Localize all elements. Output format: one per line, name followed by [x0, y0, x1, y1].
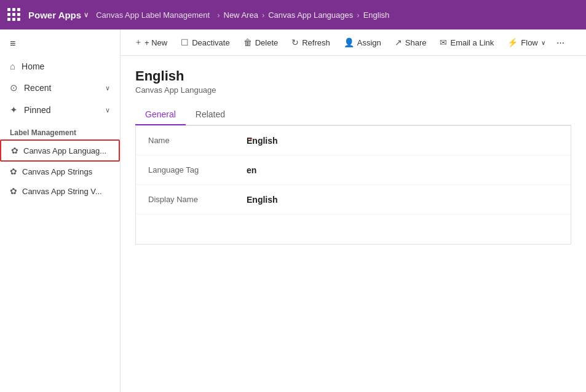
assign-icon: 👤	[344, 37, 354, 47]
sidebar-item-recent[interactable]: ⊙ Recent ∨	[0, 77, 120, 99]
field-language-tag: Language Tag en	[136, 155, 571, 185]
entity-label-2: Canvas App String V...	[22, 187, 102, 196]
pinned-icon: ✦	[10, 104, 18, 116]
sidebar-item-canvas-app-language[interactable]: ✿ Canvas App Languag...	[0, 139, 120, 162]
assign-button[interactable]: 👤 Assign	[338, 34, 387, 51]
breadcrumb-item-1[interactable]: Canvas App Languages	[268, 10, 353, 20]
entity-label-1: Canvas App Strings	[22, 167, 92, 176]
flow-chevron: ∨	[541, 39, 545, 46]
delete-button[interactable]: 🗑 Delete	[237, 34, 285, 51]
share-button[interactable]: ↗ Share	[389, 34, 433, 51]
refresh-button[interactable]: ↻ Refresh	[285, 34, 336, 51]
breadcrumb-item-0[interactable]: New Area	[224, 10, 258, 20]
tabs: General Related	[135, 104, 571, 125]
recent-label: Recent	[24, 83, 51, 93]
value-name: English	[247, 136, 278, 146]
share-label: Share	[405, 38, 427, 47]
value-display-name: English	[247, 195, 278, 205]
assign-label: Assign	[357, 38, 381, 47]
label-language-tag: Language Tag	[148, 165, 247, 174]
main-content: ＋ + New ☐ Deactivate 🗑 Delete ↻ Refresh …	[121, 29, 586, 392]
waffle-menu[interactable]	[7, 8, 21, 22]
form-empty-row	[136, 214, 571, 244]
form-container: Name * English Language Tag en Display N…	[135, 125, 571, 245]
new-icon: ＋	[134, 37, 143, 48]
breadcrumb-sep2: ›	[357, 10, 359, 20]
more-button[interactable]: ⋯	[553, 34, 568, 51]
breadcrumb: › New Area › Canvas App Languages › Engl…	[217, 10, 389, 20]
delete-icon: 🗑	[244, 37, 252, 47]
home-label: Home	[22, 61, 44, 71]
content-area: English Canvas App Language General Rela…	[121, 56, 586, 392]
flow-icon: ⚡	[507, 37, 518, 47]
record-subtitle: Canvas App Language	[135, 85, 571, 95]
label-display-name: Display Name	[148, 195, 247, 204]
app-layout: ≡ ⌂ Home ⊙ Recent ∨ ✦ Pinned ∨ Label Man…	[0, 29, 586, 392]
sidebar-item-home[interactable]: ⌂ Home	[0, 55, 120, 77]
delete-label: Delete	[255, 38, 279, 47]
sidebar-section-label: Label Management	[0, 121, 120, 139]
sidebar-item-canvas-app-strings[interactable]: ✿ Canvas App Strings	[0, 162, 120, 181]
tab-general[interactable]: General	[135, 104, 186, 125]
app-name: Power Apps	[28, 10, 81, 20]
home-icon: ⌂	[10, 61, 15, 71]
record-title: English	[135, 68, 571, 84]
app-brand[interactable]: Power Apps ∨	[28, 10, 89, 20]
deactivate-button[interactable]: ☐ Deactivate	[175, 34, 236, 51]
sidebar-item-canvas-app-string-v[interactable]: ✿ Canvas App String V...	[0, 181, 120, 201]
refresh-label: Refresh	[302, 38, 330, 47]
new-label: + New	[145, 38, 167, 47]
entity-icon-2: ✿	[10, 186, 17, 196]
sidebar: ≡ ⌂ Home ⊙ Recent ∨ ✦ Pinned ∨ Label Man…	[0, 29, 121, 392]
breadcrumb-sep0: ›	[217, 10, 220, 20]
label-name: Name	[148, 136, 247, 145]
deactivate-label: Deactivate	[192, 38, 229, 47]
recent-icon: ⊙	[10, 82, 18, 93]
new-button[interactable]: ＋ + New	[128, 33, 173, 52]
refresh-icon: ↻	[291, 37, 299, 47]
breadcrumb-sep1: ›	[262, 10, 264, 20]
tab-related[interactable]: Related	[186, 104, 235, 125]
breadcrumb-item-2: English	[363, 10, 390, 20]
email-button[interactable]: ✉ Email a Link	[434, 34, 500, 51]
entity-icon-1: ✿	[10, 167, 17, 176]
entity-label-0: Canvas App Languag...	[23, 146, 106, 155]
flow-button[interactable]: ⚡ Flow ∨	[501, 34, 551, 51]
recent-chevron: ∨	[105, 84, 110, 92]
entity-icon-0: ✿	[11, 146, 18, 155]
email-icon: ✉	[440, 37, 447, 47]
field-name: Name * English	[136, 126, 571, 155]
hamburger-button[interactable]: ≡	[0, 32, 120, 55]
flow-label: Flow	[521, 38, 537, 47]
brand-chevron: ∨	[84, 11, 89, 19]
nav-label: Canvas App Label Management	[96, 10, 210, 20]
pinned-label: Pinned	[24, 105, 51, 115]
field-display-name: Display Name English	[136, 185, 571, 214]
email-label: Email a Link	[450, 38, 494, 47]
top-bar: Power Apps ∨ Canvas App Label Management…	[0, 0, 586, 29]
sidebar-item-pinned[interactable]: ✦ Pinned ∨	[0, 99, 120, 121]
value-language-tag: en	[247, 165, 256, 175]
more-icon: ⋯	[556, 38, 564, 47]
toolbar: ＋ + New ☐ Deactivate 🗑 Delete ↻ Refresh …	[121, 29, 586, 56]
deactivate-icon: ☐	[181, 37, 189, 47]
share-icon: ↗	[395, 37, 402, 47]
pinned-chevron: ∨	[105, 106, 110, 114]
